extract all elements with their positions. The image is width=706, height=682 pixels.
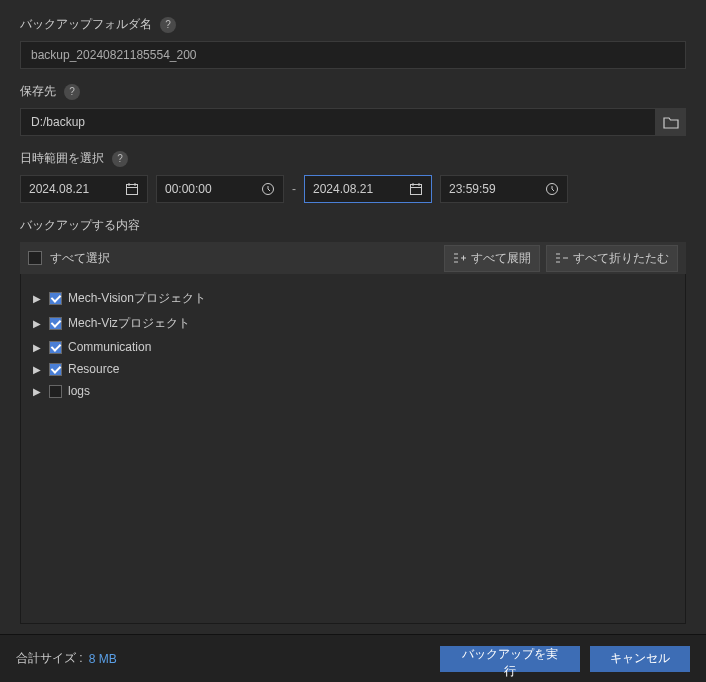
folder-icon [663, 115, 679, 129]
folder-name-label: バックアップフォルダ名 [20, 16, 152, 33]
start-date-value: 2024.08.21 [29, 182, 89, 196]
tree-checkbox[interactable] [49, 292, 62, 305]
end-date-input[interactable]: 2024.08.21 [304, 175, 432, 203]
expand-icon [453, 252, 467, 264]
run-backup-button[interactable]: バックアップを実行 [440, 646, 580, 672]
total-size-value: 8 MB [89, 652, 117, 666]
dialog-footer: 合計サイズ : 8 MB バックアップを実行 キャンセル [0, 634, 706, 682]
calendar-icon [125, 182, 139, 196]
chevron-right-icon[interactable]: ▶ [33, 318, 43, 329]
help-icon[interactable]: ? [160, 17, 176, 33]
save-to-label: 保存先 [20, 83, 56, 100]
save-to-row [20, 108, 686, 136]
tree-item-label: Resource [68, 362, 119, 376]
date-separator: - [292, 182, 296, 196]
backup-content-label-row: バックアップする内容 [20, 217, 686, 234]
tree-item-label: Mech-Vizプロジェクト [68, 315, 190, 332]
tree-item-label: logs [68, 384, 90, 398]
start-time-input[interactable]: 00:00:00 [156, 175, 284, 203]
tree-checkbox[interactable] [49, 341, 62, 354]
select-all-checkbox[interactable] [28, 251, 42, 265]
folder-name-input[interactable] [20, 41, 686, 69]
tree-checkbox[interactable] [49, 363, 62, 376]
start-date-input[interactable]: 2024.08.21 [20, 175, 148, 203]
backup-dialog: バックアップフォルダ名 ? 保存先 ? 日時範囲を選択 ? 2024.08.21… [0, 0, 706, 682]
total-size-label: 合計サイズ : [16, 650, 83, 667]
end-time-value: 23:59:59 [449, 182, 496, 196]
collapse-icon [555, 252, 569, 264]
date-range-label: 日時範囲を選択 [20, 150, 104, 167]
chevron-right-icon[interactable]: ▶ [33, 386, 43, 397]
expand-all-label: すべて展開 [471, 250, 531, 267]
tree-toolbar: すべて選択 すべて展開 すべて折りたたむ [20, 242, 686, 274]
expand-all-button[interactable]: すべて展開 [444, 245, 540, 272]
tree-checkbox[interactable] [49, 317, 62, 330]
tree-item-label: Mech-Visionプロジェクト [68, 290, 206, 307]
collapse-all-label: すべて折りたたむ [573, 250, 669, 267]
tree-item[interactable]: ▶ logs [29, 380, 677, 402]
save-to-label-row: 保存先 ? [20, 83, 686, 100]
select-all-label: すべて選択 [50, 250, 110, 267]
svg-rect-0 [127, 185, 138, 195]
help-icon[interactable]: ? [64, 84, 80, 100]
svg-rect-5 [411, 185, 422, 195]
clock-icon [261, 182, 275, 196]
chevron-right-icon[interactable]: ▶ [33, 342, 43, 353]
tree-item[interactable]: ▶ Resource [29, 358, 677, 380]
save-to-input[interactable] [20, 108, 656, 136]
tree-item[interactable]: ▶ Communication [29, 336, 677, 358]
clock-icon [545, 182, 559, 196]
date-range-row: 2024.08.21 00:00:00 - 2024.08.21 23:59:5… [20, 175, 686, 203]
browse-folder-button[interactable] [656, 108, 686, 136]
dialog-content: バックアップフォルダ名 ? 保存先 ? 日時範囲を選択 ? 2024.08.21… [0, 0, 706, 634]
tree-item[interactable]: ▶ Mech-Vizプロジェクト [29, 311, 677, 336]
tree-item[interactable]: ▶ Mech-Visionプロジェクト [29, 286, 677, 311]
end-time-input[interactable]: 23:59:59 [440, 175, 568, 203]
date-range-label-row: 日時範囲を選択 ? [20, 150, 686, 167]
tree-item-label: Communication [68, 340, 151, 354]
chevron-right-icon[interactable]: ▶ [33, 293, 43, 304]
folder-name-label-row: バックアップフォルダ名 ? [20, 16, 686, 33]
backup-tree: ▶ Mech-Visionプロジェクト ▶ Mech-Vizプロジェクト ▶ C… [20, 274, 686, 624]
backup-content-label: バックアップする内容 [20, 217, 140, 234]
cancel-button[interactable]: キャンセル [590, 646, 690, 672]
start-time-value: 00:00:00 [165, 182, 212, 196]
help-icon[interactable]: ? [112, 151, 128, 167]
end-date-value: 2024.08.21 [313, 182, 373, 196]
tree-checkbox[interactable] [49, 385, 62, 398]
collapse-all-button[interactable]: すべて折りたたむ [546, 245, 678, 272]
calendar-icon [409, 182, 423, 196]
chevron-right-icon[interactable]: ▶ [33, 364, 43, 375]
